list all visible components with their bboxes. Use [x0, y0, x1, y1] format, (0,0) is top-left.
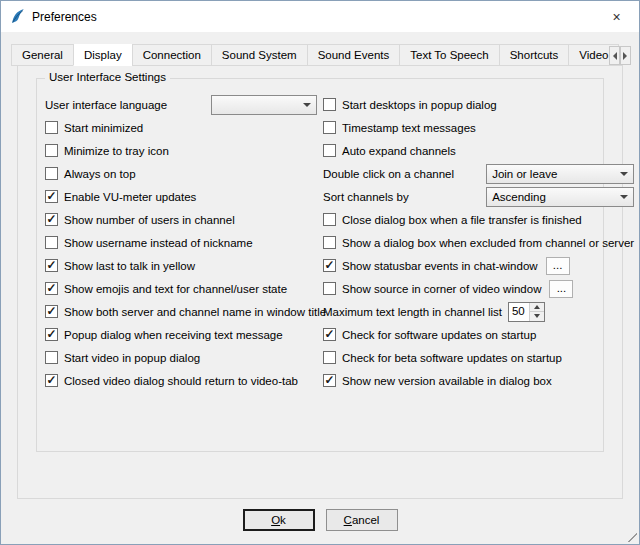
checkbox-row[interactable]: Minimize to tray icon	[45, 139, 317, 162]
close-icon[interactable]: ×	[594, 1, 639, 32]
checkbox-label[interactable]: Show source in corner of video window	[342, 283, 541, 295]
checkbox-row[interactable]: Auto expand channels	[323, 139, 634, 162]
checkbox-label[interactable]: Popup dialog when receiving text message	[64, 329, 283, 341]
checkbox-row[interactable]: Close dialog box when a file transfer is…	[323, 208, 634, 231]
max-text-length-stepper[interactable]: 50	[508, 302, 545, 322]
checkbox[interactable]	[323, 351, 336, 364]
tab-text-to-speech[interactable]: Text To Speech	[399, 44, 499, 66]
checkbox[interactable]	[45, 236, 58, 249]
stepper-up-icon[interactable]	[530, 303, 544, 312]
checkbox[interactable]	[323, 236, 336, 249]
language-dropdown[interactable]	[211, 95, 317, 115]
checkbox-row[interactable]: ✓ Show last to talk in yellow	[45, 254, 317, 277]
checkbox-row[interactable]: Show a dialog box when excluded from cha…	[323, 231, 634, 254]
checkbox-label[interactable]: Show statusbar events in chat-window	[342, 260, 538, 272]
checkbox-label[interactable]: Enable VU-meter updates	[64, 191, 196, 203]
double-click-dropdown[interactable]: Join or leave	[486, 164, 634, 184]
checkbox[interactable]	[45, 144, 58, 157]
checkbox-label[interactable]: Close dialog box when a file transfer is…	[342, 214, 582, 226]
ok-button[interactable]: Ok	[243, 509, 315, 531]
checkbox-label[interactable]: Show last to talk in yellow	[64, 260, 195, 272]
checkbox[interactable]: ✓	[45, 190, 58, 203]
double-click-label: Double click on a channel	[323, 168, 454, 180]
dialog-footer: Ok Cancel	[1, 496, 639, 544]
checkbox[interactable]	[45, 167, 58, 180]
checkbox-row[interactable]: Start desktops in popup dialog	[323, 93, 634, 116]
max-text-length-value[interactable]: 50	[509, 303, 529, 321]
checkbox-label[interactable]: Start video in popup dialog	[64, 352, 200, 364]
checkbox[interactable]	[45, 121, 58, 134]
tab-display[interactable]: Display	[73, 44, 133, 66]
cancel-button[interactable]: Cancel	[326, 509, 398, 531]
checkbox-row[interactable]: ✓ Closed video dialog should return to v…	[45, 369, 317, 392]
checkbox[interactable]: ✓	[45, 374, 58, 387]
checkbox-label[interactable]: Always on top	[64, 168, 136, 180]
checkbox-row[interactable]: ✓ Show both server and channel name in w…	[45, 300, 317, 323]
checkbox-label[interactable]: Show emojis and text for channel/user st…	[64, 283, 287, 295]
tab-sound-events[interactable]: Sound Events	[307, 44, 401, 66]
checkbox[interactable]: ✓	[45, 213, 58, 226]
double-click-row: Double click on a channel Join or leave	[323, 162, 634, 185]
checkbox-row[interactable]: Always on top	[45, 162, 317, 185]
stepper-down-icon[interactable]	[530, 311, 544, 321]
group-title: User Interface Settings	[45, 71, 170, 83]
checkbox-label[interactable]: Show a dialog box when excluded from cha…	[342, 237, 634, 249]
checkbox[interactable]	[323, 213, 336, 226]
checkbox[interactable]: ✓	[45, 259, 58, 272]
checkbox-row[interactable]: Check for beta software updates on start…	[323, 346, 634, 369]
titlebar[interactable]: Preferences ×	[1, 1, 639, 32]
tab-connection[interactable]: Connection	[132, 44, 212, 66]
left-column: User interface language Start minimized	[45, 93, 317, 392]
checkbox-row[interactable]: ✓ Show number of users in channel	[45, 208, 317, 231]
tab-general[interactable]: General	[11, 44, 74, 66]
checkbox-label[interactable]: Start minimized	[64, 122, 143, 134]
checkbox[interactable]	[323, 282, 336, 295]
tab-scroll-right-icon[interactable]	[620, 46, 631, 65]
checkbox-row[interactable]: Start video in popup dialog	[45, 346, 317, 369]
checkbox-label[interactable]: Check for software updates on startup	[342, 329, 536, 341]
checkbox-row[interactable]: ✓ Show emojis and text for channel/user …	[45, 277, 317, 300]
max-text-length-label: Maximum text length in channel list	[323, 306, 502, 318]
checkbox[interactable]	[323, 98, 336, 111]
language-label: User interface language	[45, 99, 167, 111]
tab-shortcuts[interactable]: Shortcuts	[499, 44, 570, 66]
sort-channels-value: Ascending	[492, 191, 546, 203]
checkbox[interactable]: ✓	[323, 328, 336, 341]
chevron-down-icon	[620, 172, 628, 180]
tab-sound-system[interactable]: Sound System	[211, 44, 308, 66]
sort-channels-dropdown[interactable]: Ascending	[486, 187, 634, 207]
checkbox-label[interactable]: Show username instead of nickname	[64, 237, 253, 249]
checkbox[interactable]	[323, 144, 336, 157]
checkbox[interactable]: ✓	[323, 374, 336, 387]
checkbox-row[interactable]: Show username instead of nickname	[45, 231, 317, 254]
checkbox-label[interactable]: Show both server and channel name in win…	[64, 306, 326, 318]
checkbox-label[interactable]: Check for beta software updates on start…	[342, 352, 562, 364]
checkbox-row[interactable]: ✓ Check for software updates on startup	[323, 323, 634, 346]
checkbox-label[interactable]: Show number of users in channel	[64, 214, 235, 226]
checkbox[interactable]: ✓	[323, 259, 336, 272]
checkbox[interactable]: ✓	[45, 328, 58, 341]
checkbox-label[interactable]: Timestamp text messages	[342, 122, 476, 134]
checkbox[interactable]: ✓	[45, 305, 58, 318]
checkbox-row[interactable]: ✓ Popup dialog when receiving text messa…	[45, 323, 317, 346]
checkbox[interactable]	[323, 121, 336, 134]
checkbox-label[interactable]: Show new version available in dialog box	[342, 375, 552, 387]
checkbox-label[interactable]: Minimize to tray icon	[64, 145, 169, 157]
tab-strip: General Display Connection Sound System …	[9, 44, 631, 66]
video-source-more-button[interactable]: ...	[549, 280, 573, 298]
checkbox-row[interactable]: ✓ Enable VU-meter updates	[45, 185, 317, 208]
video-source-row[interactable]: Show source in corner of video window ..…	[323, 277, 634, 300]
checkbox-row[interactable]: Start minimized	[45, 116, 317, 139]
checkbox-label[interactable]: Start desktops in popup dialog	[342, 99, 497, 111]
checkbox-label[interactable]: Closed video dialog should return to vid…	[64, 375, 298, 387]
preferences-dialog: Preferences × General Display Connection…	[0, 0, 640, 545]
checkbox[interactable]	[45, 351, 58, 364]
statusbar-events-row[interactable]: ✓ Show statusbar events in chat-window .…	[323, 254, 634, 277]
tab-scroll-left-icon[interactable]	[609, 46, 620, 65]
checkbox-row[interactable]: Timestamp text messages	[323, 116, 634, 139]
chevron-down-icon	[303, 103, 311, 111]
checkbox-row[interactable]: ✓ Show new version available in dialog b…	[323, 369, 634, 392]
checkbox-label[interactable]: Auto expand channels	[342, 145, 456, 157]
checkbox[interactable]: ✓	[45, 282, 58, 295]
statusbar-events-more-button[interactable]: ...	[546, 257, 570, 275]
